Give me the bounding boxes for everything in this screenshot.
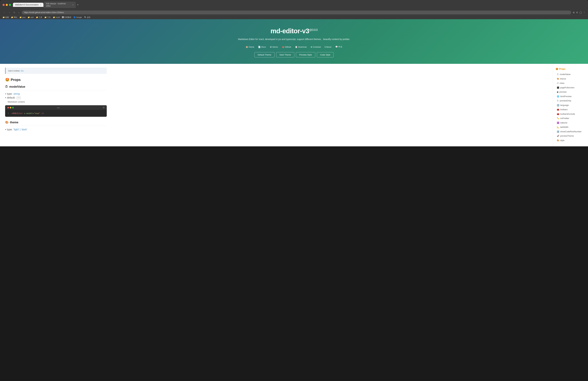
- preview-style-button[interactable]: Preview Style: [296, 52, 315, 57]
- sidebar-icon-toolbars: 🧰: [557, 108, 559, 111]
- close-button[interactable]: [2, 4, 5, 6]
- sidebar-icon-noprettier: ✏️: [557, 117, 559, 120]
- hero-nav: 🏠 Home 📄 Docs 🖥 Demo 🐙 Github 📋 Grammar …: [6, 45, 582, 48]
- sidebar-item-toolbarsexclude[interactable]: 🧰 toolbarsExclude: [556, 112, 586, 116]
- sidebar-item-preview[interactable]: ◼ preview: [556, 90, 586, 94]
- bookmark-web[interactable]: 📁 web: [28, 16, 34, 18]
- sidebar-label-language: language: [560, 104, 569, 107]
- modelvalue-type-value: string: [13, 92, 20, 95]
- nav-demo[interactable]: 🖥 Demo: [270, 45, 278, 48]
- sidebar-icon-pagefullscreen: ⬛: [557, 86, 559, 89]
- modelvalue-icon: 🗒: [5, 85, 8, 89]
- sidebar-label-class: class: [560, 82, 565, 85]
- bookmark-website[interactable]: 📁 网站: [11, 16, 17, 19]
- sidebar: 🤩 Props 🗒 modelValue 🎨 theme 🏷 class ⬛: [553, 64, 588, 146]
- bookmark-shoucan[interactable]: 📁 收藏: [2, 16, 9, 19]
- sidebar-item-toolbars[interactable]: 🧰 toolbars: [556, 107, 586, 112]
- sidebar-item-htmlpreview[interactable]: 🌐 htmlPreview: [556, 94, 586, 99]
- theme-type-value: 'light' | 'dark': [13, 128, 27, 131]
- sidebar-item-noprettier[interactable]: ✏️ noPrettier: [556, 116, 586, 121]
- reload-button[interactable]: ↻: [13, 11, 16, 14]
- code-body: 1 <MdEditor v-model="xxx" />: [5, 110, 107, 117]
- modelvalue-description: Markdown content.: [8, 101, 107, 103]
- info-box: Use it online: Go.: [5, 68, 107, 74]
- sidebar-icon-showcoderownum: 🔢: [557, 130, 559, 133]
- sidebar-item-editorid[interactable]: 🆔 editorId: [556, 121, 586, 125]
- sidebar-icon-class: 🏷: [557, 82, 559, 85]
- tabs-bar: MdEditorV3 Documentation ✕ Edit release …: [13, 1, 586, 8]
- sidebar-item-modelvalue[interactable]: 🗒 modelValue: [556, 72, 586, 77]
- code-style-button[interactable]: Code Style: [317, 52, 334, 57]
- bookmark-imzbf[interactable]: 📁 imzbf: [53, 16, 60, 18]
- sidebar-label-toolbars: toolbars: [560, 108, 567, 111]
- nav-github[interactable]: 🐙 Github: [282, 45, 291, 48]
- sidebar-label-theme: theme: [560, 77, 566, 80]
- sidebar-item-style[interactable]: 🎨 style: [556, 138, 586, 143]
- minimize-button[interactable]: [6, 4, 8, 6]
- page-wrapper: md-editor-v3@3.0.0 Markdown Editor for V…: [0, 19, 588, 146]
- sidebar-icon-theme: 🎨: [557, 77, 559, 80]
- code-dot-green: [12, 107, 14, 109]
- nav-home[interactable]: 🏠 Home: [246, 45, 254, 48]
- sidebar-icon-tabwidth: 📐: [557, 126, 559, 129]
- tab-1-label: MdEditorV3 Documentation: [15, 4, 39, 6]
- code-block-header: vue ⧉: [5, 105, 107, 110]
- theme-name: theme: [10, 121, 18, 124]
- traffic-lights: [2, 4, 11, 6]
- sidebar-icon-htmlpreview: 🌐: [557, 95, 559, 98]
- new-tab-button[interactable]: +: [76, 3, 80, 7]
- hero-title: md-editor-v3@3.0.0: [6, 27, 582, 35]
- sidebar-item-language[interactable]: 🔤 language: [556, 103, 586, 108]
- hero-subtitle: Markdown Editor for Vue3, developed in j…: [6, 37, 582, 41]
- sidebar-label-previewtheme: previewTheme: [560, 134, 574, 137]
- go-link[interactable]: Go.: [21, 69, 24, 72]
- address-input[interactable]: [22, 11, 571, 14]
- sidebar-icon-style: 🎨: [557, 139, 559, 142]
- home-button[interactable]: ⌂: [18, 11, 20, 14]
- sidebar-title-text: Props: [559, 68, 566, 70]
- sidebar-label-modelvalue: modelValue: [560, 73, 571, 76]
- tab-1[interactable]: MdEditorV3 Documentation ✕: [13, 3, 43, 7]
- maximize-button[interactable]: [9, 4, 11, 6]
- tab-1-close[interactable]: ✕: [40, 4, 41, 6]
- back-button[interactable]: ←: [2, 11, 6, 14]
- theme-icon: 🎨: [5, 121, 9, 124]
- extensions-icon[interactable]: ⊞: [573, 11, 575, 14]
- address-bar-row: ← → ↻ ⌂ ⊞ ⚙ ◯ ⋮: [0, 10, 588, 15]
- forward-button[interactable]: →: [8, 11, 11, 14]
- tab-2-close[interactable]: ✕: [72, 4, 74, 6]
- bookmark-biying[interactable]: 🔍 必应: [84, 16, 90, 19]
- nav-docs[interactable]: 📄 Docs: [258, 45, 266, 48]
- bookmark-baidu[interactable]: 🅱 百度翻译: [62, 16, 71, 19]
- hero-buttons: Default Theme Dark Theme Preview Style C…: [6, 52, 582, 57]
- nav-contrast[interactable]: ⊕ Contrast: [311, 45, 321, 48]
- sidebar-item-pagefullscreen[interactable]: ⬛ pageFullscreen: [556, 85, 586, 90]
- nav-about[interactable]: ℹ About: [325, 45, 331, 48]
- bookmark-tools[interactable]: 📁 工具: [36, 16, 42, 19]
- sidebar-item-tabwidth[interactable]: 📐 tabWidth: [556, 125, 586, 129]
- sidebar-label-style: style: [560, 139, 565, 142]
- modelvalue-default-value: '': [16, 96, 21, 99]
- sidebar-label-editorid: editorId: [560, 121, 567, 124]
- sidebar-item-class[interactable]: 🏷 class: [556, 81, 586, 85]
- settings-icon[interactable]: ⚙: [576, 11, 578, 14]
- sidebar-icon-modelvalue: 🗒: [557, 73, 559, 76]
- code-block-modelvalue: vue ⧉ 1 <MdEditor v-model="xxx" />: [5, 105, 107, 117]
- code-copy-button[interactable]: ⧉: [103, 106, 105, 109]
- nav-chinese[interactable]: 💬 中文: [335, 45, 343, 48]
- tab-2[interactable]: Edit release · imzbf/md-editor ✕: [44, 1, 76, 8]
- default-theme-button[interactable]: Default Theme: [254, 52, 275, 57]
- profile-icon[interactable]: ◯: [579, 11, 582, 14]
- bookmark-java[interactable]: 📁 java: [20, 16, 25, 18]
- modelvalue-name: modelValue: [9, 85, 25, 89]
- menu-icon[interactable]: ⋮: [583, 11, 586, 14]
- sidebar-item-showcoderownum[interactable]: 🔢 showCodeRowNumber: [556, 129, 586, 134]
- sidebar-item-previewonly[interactable]: 🗒 previewOnly: [556, 99, 586, 103]
- sidebar-item-theme[interactable]: 🎨 theme: [556, 77, 586, 81]
- bookmark-google[interactable]: 🔵 Google: [74, 16, 82, 18]
- sidebar-item-previewtheme[interactable]: 🚀 previewTheme: [556, 134, 586, 138]
- props-heading-icon: 🤩: [5, 78, 9, 82]
- nav-grammar[interactable]: 📋 Grammar: [295, 45, 307, 48]
- bookmark-work[interactable]: 📁 工作: [44, 16, 51, 19]
- dark-theme-button[interactable]: Dark Theme: [276, 52, 294, 57]
